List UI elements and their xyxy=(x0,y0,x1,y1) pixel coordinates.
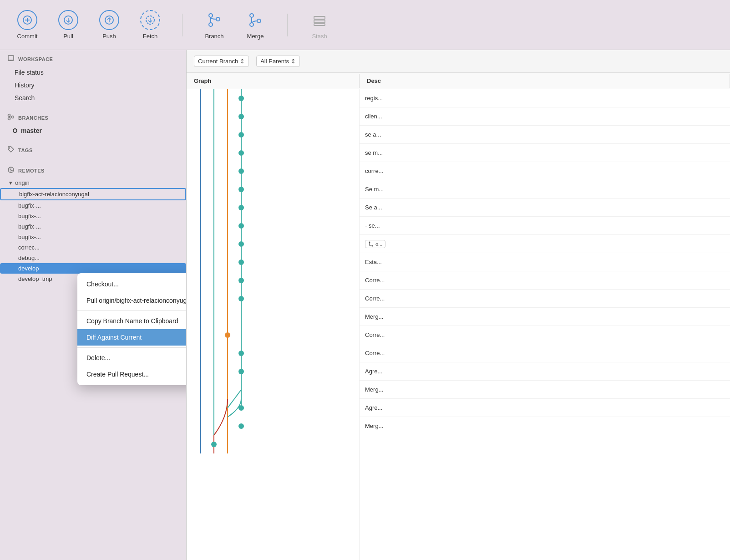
remotes-label: REMOTES xyxy=(18,168,45,173)
pull-label: Pull xyxy=(63,33,73,40)
remote-item-debug[interactable]: debug... xyxy=(0,253,186,263)
desc-row-0[interactable]: regis... xyxy=(360,89,730,107)
remotes-icon xyxy=(7,166,15,175)
all-parents-dropdown[interactable]: All Parents ⇕ xyxy=(256,56,300,67)
desc-row-2[interactable]: se a... xyxy=(360,126,730,144)
svg-point-40 xyxy=(238,260,244,265)
merge-label: Merge xyxy=(247,33,264,40)
svg-point-42 xyxy=(238,296,244,301)
remote-item-bigfix-act[interactable]: bigfix-act-relacionconyugal xyxy=(0,188,186,200)
pull-button[interactable]: Pull xyxy=(55,10,82,40)
sidebar-item-history[interactable]: History xyxy=(0,79,186,92)
svg-point-48 xyxy=(211,442,217,447)
branches-icon xyxy=(7,113,15,122)
svg-point-24 xyxy=(9,148,10,149)
remotes-section: REMOTES xyxy=(0,162,186,178)
remote-item-bugfix-2[interactable]: bugfix-... xyxy=(0,200,186,211)
workspace-icon xyxy=(7,55,15,63)
svg-rect-15 xyxy=(314,16,325,19)
pull-icon xyxy=(58,10,78,30)
workspace-section: WORKSPACE xyxy=(0,50,186,66)
remote-item-bugfix-3[interactable]: bugfix-... xyxy=(0,211,186,221)
desc-row-13[interactable]: Corre... xyxy=(360,326,730,344)
graph-column xyxy=(187,89,360,560)
context-menu-create-pull-request[interactable]: Create Pull Request... xyxy=(77,366,187,382)
desc-row-9[interactable]: Esta... xyxy=(360,253,730,271)
branch-button[interactable]: Branch xyxy=(201,10,228,40)
desc-row-16[interactable]: Merg... xyxy=(360,381,730,399)
desc-row-7[interactable]: - se... xyxy=(360,217,730,235)
merge-badge-icon: o... xyxy=(365,240,385,248)
svg-point-41 xyxy=(238,278,244,283)
svg-point-44 xyxy=(238,351,244,356)
all-parents-label: All Parents xyxy=(260,58,289,65)
svg-point-13 xyxy=(250,23,253,26)
context-menu-divider-2 xyxy=(77,347,187,348)
commit-icon xyxy=(17,10,37,30)
push-icon xyxy=(99,10,119,30)
commit-button[interactable]: Commit xyxy=(14,10,41,40)
desc-row-14[interactable]: Corre... xyxy=(360,344,730,362)
remote-item-develop[interactable]: develop xyxy=(0,263,186,274)
sidebar-item-search[interactable]: Search xyxy=(0,92,186,104)
svg-point-9 xyxy=(209,14,213,17)
desc-row-5[interactable]: Se m... xyxy=(360,180,730,199)
svg-rect-16 xyxy=(314,20,325,23)
sidebar-branch-master[interactable]: master xyxy=(0,125,186,137)
context-menu-diff-against-current[interactable]: Diff Against Current xyxy=(77,329,187,346)
svg-point-50 xyxy=(372,245,373,246)
desc-row-6[interactable]: Se a... xyxy=(360,199,730,217)
svg-point-35 xyxy=(238,168,244,174)
context-menu-copy-branch-name[interactable]: Copy Branch Name to Clipboard xyxy=(77,313,187,329)
branch-label: Branch xyxy=(205,33,223,40)
context-menu-delete[interactable]: Delete... xyxy=(77,350,187,366)
svg-point-23 xyxy=(12,116,14,118)
svg-point-47 xyxy=(238,423,244,429)
svg-point-14 xyxy=(257,19,261,23)
fetch-button[interactable]: Fetch xyxy=(137,10,164,40)
desc-row-4[interactable]: corre... xyxy=(360,162,730,180)
desc-row-3[interactable]: se m... xyxy=(360,144,730,162)
stash-label: Stash xyxy=(312,33,327,40)
desc-row-1[interactable]: clien... xyxy=(360,107,730,126)
context-menu-checkout[interactable]: Checkout... xyxy=(77,276,187,292)
desc-row-8[interactable]: o... xyxy=(360,235,730,253)
context-menu-pull-into-master[interactable]: Pull origin/bigfix-act-relacionconyugal … xyxy=(77,292,187,309)
main-area: WORKSPACE File status History Search BRA… xyxy=(0,50,730,560)
merge-button[interactable]: Merge xyxy=(242,10,269,40)
remote-origin-label: origin xyxy=(15,179,30,186)
column-headers: Graph Desc xyxy=(187,73,730,89)
desc-row-15[interactable]: Agre... xyxy=(360,362,730,381)
svg-point-32 xyxy=(238,114,244,119)
svg-point-10 xyxy=(209,23,213,26)
desc-col-header: Desc xyxy=(360,74,730,88)
dropdown-arrow-2: ⇕ xyxy=(291,58,296,65)
push-button[interactable]: Push xyxy=(96,10,123,40)
workspace-label: WORKSPACE xyxy=(18,56,53,62)
remote-item-bugfix-4[interactable]: bugfix-... xyxy=(0,221,186,232)
remote-origin-group[interactable]: ▾ origin xyxy=(0,178,186,188)
stash-button[interactable]: Stash xyxy=(306,10,333,40)
desc-row-11[interactable]: Corre... xyxy=(360,290,730,308)
toolbar-divider-1 xyxy=(182,14,182,36)
desc-column: regis... clien... se a... se m... corre.… xyxy=(360,89,730,560)
toolbar: Commit Pull Push xyxy=(0,0,730,50)
fetch-icon xyxy=(140,10,160,30)
remote-item-bugfix-5[interactable]: bugfix-... xyxy=(0,232,186,242)
branches-label: BRANCHES xyxy=(18,115,48,121)
svg-point-31 xyxy=(238,96,244,101)
current-branch-dropdown[interactable]: Current Branch ⇕ xyxy=(194,56,249,67)
current-branch-label: Current Branch xyxy=(198,58,238,65)
svg-point-49 xyxy=(369,241,370,243)
collapse-icon: ▾ xyxy=(9,179,12,186)
desc-row-10[interactable]: Corre... xyxy=(360,271,730,290)
remote-item-correct[interactable]: correc... xyxy=(0,242,186,253)
desc-row-17[interactable]: Agre... xyxy=(360,399,730,417)
sidebar-item-file-status[interactable]: File status xyxy=(0,66,186,79)
right-panel: Current Branch ⇕ All Parents ⇕ Graph Des… xyxy=(187,50,730,560)
svg-point-37 xyxy=(238,205,244,210)
desc-row-12[interactable]: Merg... xyxy=(360,308,730,326)
tags-label: TAGS xyxy=(18,148,33,153)
svg-point-45 xyxy=(238,369,244,374)
desc-row-18[interactable]: Merg... xyxy=(360,417,730,435)
